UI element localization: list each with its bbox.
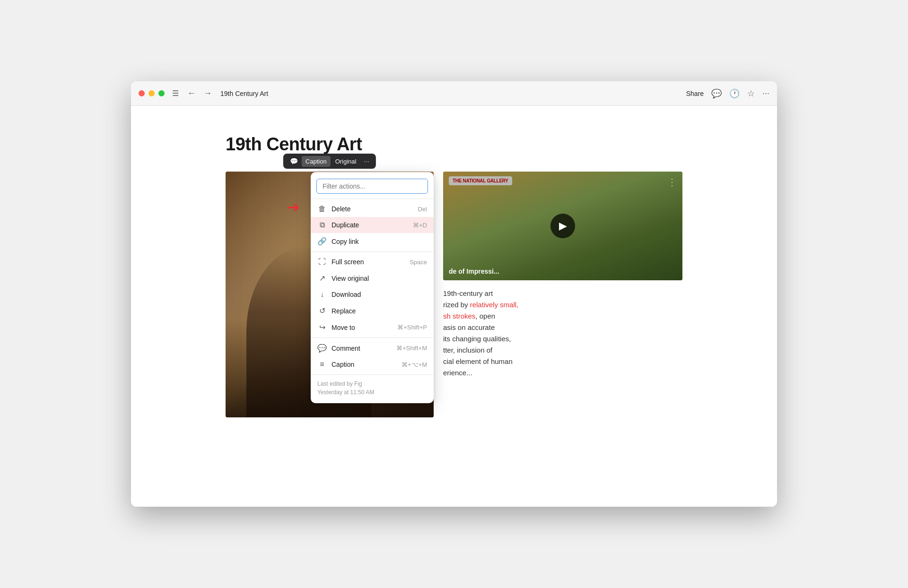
fullscreen-shortcut: Space xyxy=(410,259,427,266)
close-button[interactable] xyxy=(139,90,145,96)
menu-item-move-to[interactable]: ↪ Move to ⌘+Shift+P xyxy=(311,319,434,336)
menu-item-delete[interactable]: 🗑 Delete Del xyxy=(311,201,434,217)
comment-icon[interactable]: 💬 xyxy=(711,88,722,99)
play-button[interactable]: ▶ xyxy=(550,214,575,238)
comment-label: Comment xyxy=(332,345,392,352)
menu-divider-2 xyxy=(311,251,434,252)
video-thumbnail: THE NATIONAL GALLERY ⋮ ▶ de of Impressi.… xyxy=(443,172,682,280)
caption-icon: 💬 xyxy=(287,156,301,167)
menu-divider-3 xyxy=(311,337,434,338)
copy-link-label: Copy link xyxy=(332,238,427,245)
download-label: Download xyxy=(332,291,427,298)
menu-footer: Last edited by Fig Yesterday at 11:50 AM xyxy=(311,374,434,400)
article-text: 19th-century art rized by relatively sma… xyxy=(443,288,682,379)
traffic-lights xyxy=(139,90,165,96)
download-icon: ↓ xyxy=(317,290,327,299)
text-line5: tter, inclusion of xyxy=(443,346,492,354)
filter-section xyxy=(311,175,434,197)
menu-item-duplicate[interactable]: ⧉ Duplicate ⌘+D xyxy=(311,217,434,233)
text-line4: its changing qualities, xyxy=(443,335,511,343)
menu-item-comment[interactable]: 💬 Comment ⌘+Shift+M xyxy=(311,340,434,356)
fullscreen-icon: ⛶ xyxy=(317,258,327,266)
comment-shortcut: ⌘+Shift+M xyxy=(396,345,427,352)
delete-icon: 🗑 xyxy=(317,205,327,213)
footer-time: Yesterday at 11:50 AM xyxy=(317,388,427,397)
caption-menu-icon: ≡ xyxy=(317,360,327,369)
duplicate-icon: ⧉ xyxy=(317,221,327,229)
history-icon[interactable]: 🕐 xyxy=(729,88,740,99)
text-line6: cial element of human xyxy=(443,357,513,365)
titlebar-right: Share 💬 🕐 ☆ ··· xyxy=(686,88,769,99)
replace-icon: ↺ xyxy=(317,306,327,315)
more-options-icon[interactable]: ··· xyxy=(762,88,769,98)
favorite-icon[interactable]: ☆ xyxy=(747,88,755,99)
menu-item-replace[interactable]: ↺ Replace xyxy=(311,303,434,319)
caption-label: Caption xyxy=(332,361,397,368)
duplicate-shortcut: ⌘+D xyxy=(413,222,427,229)
view-original-label: View original xyxy=(332,275,427,282)
text-line1: 19th-century art xyxy=(443,289,493,297)
comment-menu-icon: 💬 xyxy=(317,344,327,353)
text-red1: relatively small, xyxy=(470,301,519,309)
original-toolbar-button[interactable]: Original xyxy=(332,156,360,167)
context-menu: 🗑 Delete Del ⧉ Duplicate ⌘+D 🔗 Copy link… xyxy=(311,172,434,403)
filter-input[interactable] xyxy=(316,179,428,194)
text-line2b: , open xyxy=(475,312,495,320)
menu-item-copy-link[interactable]: 🔗 Copy link xyxy=(311,233,434,250)
copy-link-icon: 🔗 xyxy=(317,237,327,246)
sidebar-toggle-icon[interactable]: ☰ xyxy=(172,89,179,98)
image-toolbar: 💬 Caption Original ··· xyxy=(283,154,376,169)
forward-button[interactable]: → xyxy=(201,86,215,100)
share-button[interactable]: Share xyxy=(686,90,704,97)
back-button[interactable]: ← xyxy=(184,86,199,100)
nav-buttons: ← → xyxy=(184,86,215,100)
text-line3: asis on accurate xyxy=(443,323,495,331)
menu-item-fullscreen[interactable]: ⛶ Full screen Space xyxy=(311,254,434,270)
red-arrow: ➔ xyxy=(287,198,300,216)
view-original-icon: ↗ xyxy=(317,274,327,283)
minimize-button[interactable] xyxy=(148,90,155,96)
footer-edited-by: Last edited by Fig xyxy=(317,380,427,388)
move-to-icon: ↪ xyxy=(317,323,327,332)
page-content: 19th Century Art 💬 Caption Original ··· xyxy=(131,106,777,507)
menu-item-view-original[interactable]: ↗ View original xyxy=(311,270,434,286)
replace-label: Replace xyxy=(332,307,427,315)
delete-shortcut: Del xyxy=(418,206,427,213)
move-to-label: Move to xyxy=(332,324,393,331)
delete-label: Delete xyxy=(332,205,413,213)
titlebar: ☰ ← → 19th Century Art Share 💬 🕐 ☆ ··· xyxy=(131,81,777,106)
video-overlay: ▶ xyxy=(443,172,682,280)
page-title: 19th Century Art xyxy=(226,134,682,155)
duplicate-label: Duplicate xyxy=(332,221,408,229)
text-red2: sh strokes xyxy=(443,312,475,320)
app-window: ☰ ← → 19th Century Art Share 💬 🕐 ☆ ··· 1… xyxy=(131,81,777,507)
menu-item-caption[interactable]: ≡ Caption ⌘+⌥+M xyxy=(311,356,434,372)
maximize-button[interactable] xyxy=(158,90,165,96)
menu-divider-1 xyxy=(311,199,434,199)
caption-shortcut: ⌘+⌥+M xyxy=(402,361,427,368)
image-more-icon[interactable]: ··· xyxy=(361,156,372,167)
caption-toolbar-button[interactable]: Caption xyxy=(302,156,331,167)
video-title: de of Impressi... xyxy=(449,267,664,276)
window-page-title: 19th Century Art xyxy=(220,90,681,97)
text-line7: erience... xyxy=(443,369,472,377)
move-to-shortcut: ⌘+Shift+P xyxy=(397,324,427,331)
menu-item-download[interactable]: ↓ Download xyxy=(311,286,434,303)
text-line2a: rized by xyxy=(443,301,470,309)
video-block: THE NATIONAL GALLERY ⋮ ▶ de of Impressi.… xyxy=(443,172,682,417)
fullscreen-label: Full screen xyxy=(332,258,405,266)
